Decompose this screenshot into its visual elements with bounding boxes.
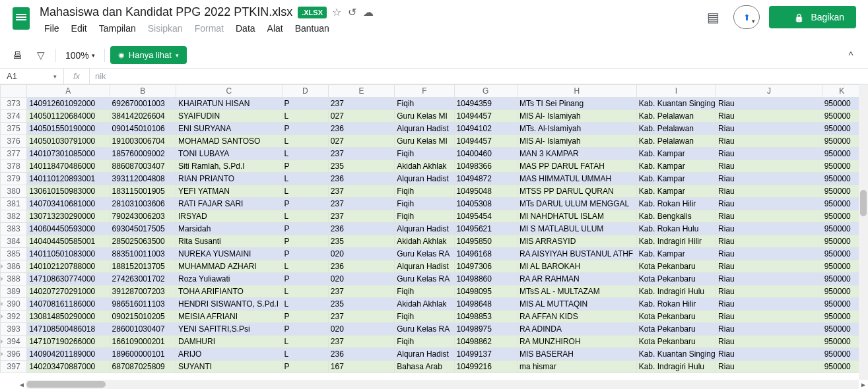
cell[interactable]: 237 (328, 198, 394, 210)
table-row[interactable]: 385140110501083000883510011003NUREKA YUS… (1, 248, 862, 260)
cell[interactable]: Riau (716, 135, 822, 148)
cell[interactable]: 10494457 (454, 110, 517, 123)
cell[interactable]: 188152013705 (110, 260, 176, 273)
cell[interactable]: MOHAMAD SANTOSO (176, 135, 282, 148)
cell[interactable]: Kab. Kampar (636, 148, 716, 160)
row-number[interactable]: 390 (1, 298, 27, 311)
cell[interactable]: 950000 (822, 311, 861, 323)
col-header-C[interactable]: C (176, 85, 282, 98)
cell[interactable]: 950000 (822, 210, 861, 223)
cell[interactable]: 236 (328, 173, 394, 185)
cell[interactable]: 286001030407 (110, 323, 176, 336)
col-header-H[interactable]: H (517, 85, 636, 98)
table-row[interactable]: 382130713230290000790243006203IRSYADL237… (1, 210, 862, 223)
cell[interactable]: P (282, 98, 328, 110)
cell[interactable]: Kab. Rokan Hulu (636, 223, 716, 235)
cell[interactable]: 140203470887000 (27, 361, 110, 373)
cell[interactable]: MAS PP DARUL FATAH (517, 160, 636, 173)
cell[interactable]: 130713230290000 (27, 210, 110, 223)
cell[interactable]: 130814850290000 (27, 311, 110, 323)
cell[interactable]: Kab. Rokan Hilir (636, 198, 716, 210)
cell[interactable]: Riau (716, 248, 822, 260)
cell[interactable]: MI AL BAROKAH (517, 260, 636, 273)
cell[interactable]: 10494359 (454, 98, 517, 110)
cell[interactable]: 140501120684000 (27, 110, 110, 123)
menu-edit[interactable]: Edit (67, 20, 92, 36)
cell[interactable]: MIS Al- Islamiyah (517, 135, 636, 148)
cell[interactable]: RA ADINDA (517, 323, 636, 336)
zoom-dropdown[interactable]: 100% (61, 50, 99, 61)
cell[interactable]: 10497306 (454, 260, 517, 273)
cell[interactable]: Alquran Hadist (395, 260, 454, 273)
table-row[interactable]: 396140904201189000189600000101ARIJOL236A… (1, 348, 862, 361)
cell[interactable]: 950000 (822, 260, 861, 273)
cell[interactable]: Kab. Pelalawan (636, 110, 716, 123)
cell[interactable]: Kota Pekanbaru (636, 260, 716, 273)
cell[interactable]: Fiqih (395, 311, 454, 323)
cell[interactable]: Kab. Indragiri Hilir (636, 235, 716, 248)
cell-reference[interactable]: A1 (0, 71, 63, 81)
row-number[interactable]: 388 (1, 273, 27, 285)
cell[interactable]: 10494872 (454, 173, 517, 185)
cell[interactable]: MI S MATLABUL ULUM (517, 223, 636, 235)
cell[interactable]: 140107301085000 (27, 148, 110, 160)
cell[interactable]: Riau (716, 110, 822, 123)
cell[interactable]: 140207270291000 (27, 285, 110, 298)
cell[interactable]: Riau (716, 160, 822, 173)
cell[interactable]: TONI LUBAYA (176, 148, 282, 160)
row-number[interactable]: 375 (1, 123, 27, 135)
table-row[interactable]: 383140604450593000693045017505MarsidahP2… (1, 223, 862, 235)
col-header-G[interactable]: G (454, 85, 517, 98)
cell[interactable]: 090145010106 (110, 123, 176, 135)
cell[interactable]: Bahasa Arab (395, 361, 454, 373)
cell[interactable]: 950000 (822, 123, 861, 135)
cell[interactable]: 950000 (822, 135, 861, 148)
cell[interactable]: 020 (328, 273, 394, 285)
cell[interactable]: 10499137 (454, 348, 517, 361)
cell[interactable]: 950000 (822, 336, 861, 348)
table-row[interactable]: 388147108630774000274263001702Roza Yulia… (1, 273, 862, 285)
cell[interactable]: P (282, 223, 328, 235)
cell[interactable]: MIS BASERAH (517, 348, 636, 361)
cell[interactable]: 10498366 (454, 160, 517, 173)
group-toggle-icon[interactable] (1, 301, 4, 307)
group-toggle-icon[interactable] (1, 339, 4, 344)
row-number[interactable]: 373 (1, 98, 27, 110)
table-row[interactable]: 393147108500486018286001030407YENI SAFIT… (1, 323, 862, 336)
cell[interactable]: IRSYAD (176, 210, 282, 223)
cell[interactable]: Kab. Kuantan Singing (636, 98, 716, 110)
cell[interactable]: 274263001702 (110, 273, 176, 285)
cell[interactable]: 147107190266000 (27, 336, 110, 348)
cell[interactable]: 10495850 (454, 235, 517, 248)
cell[interactable]: YEFI YATMAN (176, 185, 282, 198)
cell[interactable]: MTs. Al-Islamiyah (517, 123, 636, 135)
horizontal-scrollbar[interactable]: ◄ ► (26, 380, 859, 389)
cell[interactable]: SUYANTI (176, 361, 282, 373)
cell[interactable]: 950000 (822, 110, 861, 123)
cell[interactable]: Kota Pekanbaru (636, 323, 716, 336)
table-row[interactable]: 390140708161186000986516011103HENDRI SIS… (1, 298, 862, 311)
cell[interactable]: P (282, 361, 328, 373)
cell[interactable]: Guru Kelas RA (395, 248, 454, 260)
cell[interactable]: 693045017505 (110, 223, 176, 235)
cell[interactable]: P (282, 323, 328, 336)
cell[interactable]: Fiqih (395, 198, 454, 210)
cell[interactable]: 140404450585001 (27, 235, 110, 248)
cell[interactable]: 140708161186000 (27, 298, 110, 311)
table-row[interactable]: 384140404450585001285025063500Rita Susan… (1, 235, 862, 248)
cell[interactable]: 10498862 (454, 336, 517, 348)
cell[interactable]: P (282, 123, 328, 135)
cell[interactable]: P (282, 160, 328, 173)
cell[interactable]: 140904201189000 (27, 348, 110, 361)
col-header-I[interactable]: I (636, 85, 716, 98)
table-row[interactable]: 394147107190266000166109000201DAMHURIL23… (1, 336, 862, 348)
cell[interactable]: Fiqih (395, 336, 454, 348)
cell[interactable]: RA AISYIYAH BUSTANUL ATHF (517, 248, 636, 260)
cell[interactable]: Kab. Kuantan Singing (636, 348, 716, 361)
cell[interactable]: 10498853 (454, 311, 517, 323)
table-row[interactable]: 392130814850290000090215010205MEISIA AFR… (1, 311, 862, 323)
print-icon[interactable] (8, 46, 26, 65)
cell[interactable]: MIS ARRASYID (517, 235, 636, 248)
cell[interactable]: 140110120893001 (27, 173, 110, 185)
cell[interactable]: 237 (328, 210, 394, 223)
